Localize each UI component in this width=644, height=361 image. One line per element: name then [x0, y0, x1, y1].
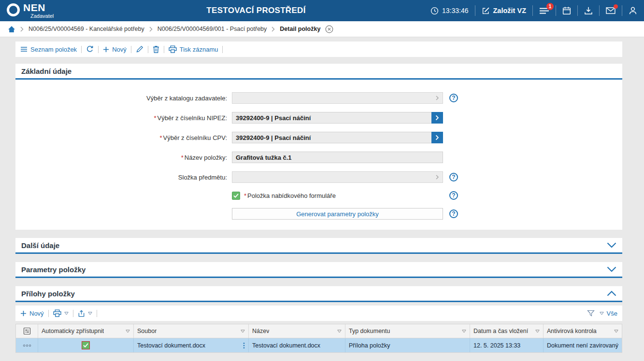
toolbar-separator	[222, 46, 223, 53]
cpv-picker-field[interactable]: 39292400-9 | Psací náčiní	[232, 132, 443, 143]
chevron-down-icon[interactable]	[607, 266, 616, 272]
item-name-field-row: *Název položky: Grafitová tužka č.1	[15, 152, 622, 163]
basic-data-form: Výběr z katalogu zadavatele: ? *Výběr z …	[15, 80, 622, 230]
table-row[interactable]: Testovací dokument.docx Testovací dokume…	[16, 338, 622, 352]
attachments-header[interactable]: Přílohy položky	[15, 286, 622, 302]
logo-title: NEN	[23, 2, 54, 13]
column-header-name[interactable]: Název	[249, 324, 345, 338]
breadcrumb-item-current[interactable]: Detail položky	[280, 26, 320, 32]
chevron-right-icon	[272, 27, 275, 32]
new-attachment-label: Nový	[29, 310, 44, 317]
close-breadcrumb-icon[interactable]	[325, 25, 333, 33]
print-record-button[interactable]: Tisk záznamu	[169, 45, 218, 53]
environment-title: TESTOVACÍ PROSTŘEDÍ	[206, 6, 305, 15]
row-menu-icon[interactable]	[23, 344, 31, 347]
dropdown-triangle-icon[interactable]	[88, 312, 92, 315]
auto-available-checkbox[interactable]	[82, 341, 90, 349]
column-header-inserted[interactable]: Datum a čas vložení	[470, 324, 544, 338]
help-icon[interactable]: ?	[449, 209, 458, 218]
downloads-button[interactable]	[584, 6, 593, 15]
file-name[interactable]: Testovací dokument.docx	[137, 342, 205, 349]
edit-record-button[interactable]	[136, 45, 143, 53]
export-attachments-button[interactable]	[78, 310, 92, 317]
header-actions: 13:33:46 Založit VZ 1	[430, 5, 637, 16]
delete-record-button[interactable]	[153, 45, 159, 53]
new-attachment-button[interactable]: Nový	[20, 310, 44, 317]
column-header-auto-available[interactable]: Automaticky zpřístupnit	[38, 324, 134, 338]
user-profile-button[interactable]	[629, 6, 637, 15]
app-header: NEN Zadavatel TESTOVACÍ PROSTŘEDÍ 13:33:…	[0, 0, 644, 21]
help-icon[interactable]: ?	[449, 191, 458, 200]
cpv-picker-button[interactable]	[431, 132, 443, 143]
filter-all-dropdown[interactable]: Vše	[600, 310, 617, 317]
column-settings-header[interactable]	[16, 324, 38, 338]
item-parameters-section: Parametry položky	[15, 262, 622, 278]
more-data-section: Další údaje	[15, 238, 622, 254]
refresh-icon	[86, 45, 94, 53]
catalog-field-row: Výběr z katalogu zadavatele: ?	[15, 92, 622, 104]
chevron-up-icon[interactable]	[607, 291, 616, 296]
item-name-input[interactable]: Grafitová tužka č.1	[232, 152, 443, 163]
offer-form-checkbox[interactable]	[232, 192, 240, 200]
item-parameters-header[interactable]: Parametry položky	[15, 262, 622, 278]
messages-button[interactable]	[606, 7, 615, 14]
trash-icon	[153, 45, 159, 53]
column-filter-icon[interactable]	[337, 330, 342, 333]
column-filter-icon[interactable]	[614, 330, 618, 333]
inserted-cell: 12. 5. 2025 13:33	[470, 338, 544, 352]
list-icon	[20, 46, 28, 52]
home-icon[interactable]	[8, 26, 15, 33]
item-list-button[interactable]: Seznam položek	[20, 46, 77, 53]
main-menu-button[interactable]: 1	[539, 7, 549, 15]
subject-folder-picker-field[interactable]	[232, 171, 443, 183]
column-filter-icon[interactable]	[126, 330, 130, 333]
header-separator	[556, 5, 556, 16]
page-content: Seznam položek Nový Tisk záznamu Základn…	[15, 42, 622, 353]
header-separator	[577, 5, 578, 16]
create-vz-button[interactable]: Založit VZ	[482, 7, 526, 15]
toolbar-separator	[81, 46, 82, 53]
header-separator	[622, 5, 622, 16]
column-settings-icon	[23, 327, 31, 335]
subject-folder-field-row: Složka předmětu: ?	[15, 171, 622, 183]
breadcrumb-item-vz[interactable]: N006/25/V00004569 - Kancelářské potřeby	[29, 26, 144, 32]
column-header-antivirus[interactable]: Antivirová kontrola	[544, 324, 622, 338]
mail-notification-badge	[614, 4, 618, 9]
generate-parameters-button[interactable]: Generovat parametry položky	[232, 208, 443, 220]
more-data-header[interactable]: Další údaje	[15, 238, 622, 254]
basic-data-section: Základní údaje Výběr z katalogu zadavate…	[15, 64, 622, 230]
antivirus-cell: Dokument není zavirovaný	[544, 338, 622, 352]
help-icon[interactable]: ?	[449, 173, 458, 181]
attachments-toolbar: Nový Vše	[15, 305, 622, 321]
column-header-doc-type[interactable]: Typ dokumentu	[345, 324, 470, 338]
column-filter-icon[interactable]	[535, 330, 540, 333]
pencil-icon	[136, 45, 143, 53]
nen-logo[interactable]: NEN Zadavatel	[7, 2, 54, 19]
column-filter-icon[interactable]	[462, 330, 466, 333]
chevron-down-icon[interactable]	[607, 242, 616, 248]
catalog-picker-field[interactable]	[232, 92, 443, 104]
dropdown-triangle-icon[interactable]	[64, 312, 69, 315]
row-actions-cell	[16, 338, 38, 352]
toolbar-separator	[164, 46, 164, 53]
nipez-picker-field[interactable]: 39292400-9 | Psací náčiní	[232, 112, 443, 124]
toolbar-separator	[131, 46, 131, 53]
doc-type-cell: Příloha položky	[345, 338, 470, 352]
toolbar-separator	[48, 310, 49, 317]
refresh-button[interactable]	[86, 45, 94, 53]
column-header-file[interactable]: Soubor	[134, 324, 249, 338]
print-attachments-button[interactable]	[53, 309, 69, 317]
breadcrumb-item-part[interactable]: N006/25/V00004569/001 - Psací potřeby	[157, 26, 267, 32]
dropdown-triangle-icon	[600, 312, 604, 315]
nen-logo-icon	[7, 3, 20, 16]
section-title: Přílohy položky	[21, 290, 75, 298]
calendar-button[interactable]	[562, 6, 571, 15]
filter-funnel-icon[interactable]	[587, 310, 595, 317]
column-filter-icon[interactable]	[241, 330, 245, 333]
nipez-picker-button[interactable]	[431, 112, 443, 124]
kebab-menu-icon[interactable]	[243, 342, 245, 349]
chevron-right-icon	[436, 175, 439, 180]
help-icon[interactable]: ?	[449, 94, 458, 102]
plus-icon	[20, 310, 27, 317]
new-record-button[interactable]: Nový	[103, 46, 127, 53]
